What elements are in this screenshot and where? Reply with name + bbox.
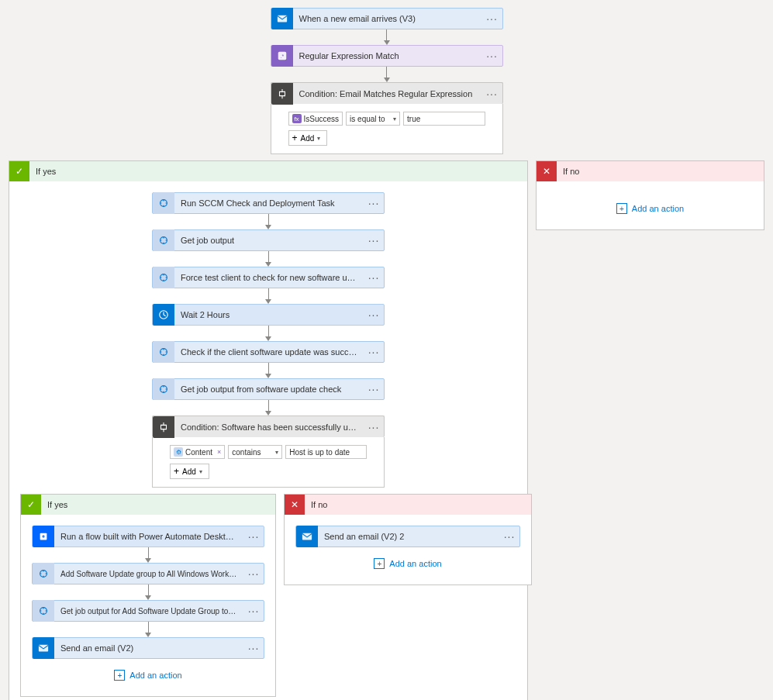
chevron-down-icon: ▾ [317,135,320,142]
automation-icon [153,378,174,400]
condition2-value-field[interactable]: Host is up to date [285,445,367,459]
condition1-body: fx IsSuccess is equal to▾ true + Add ▾ [271,104,503,154]
outlook-icon [296,526,318,547]
plus-icon: + [374,558,385,569]
remove-token-icon[interactable]: × [217,448,221,456]
automation-icon [153,341,174,363]
step-get-output-2[interactable]: Get job output from software update chec… [152,378,385,400]
more-icon[interactable]: ··· [364,197,384,209]
branch-no-1: ✕ If no + Add an action [536,160,764,230]
connector-arrow [145,547,151,563]
more-icon[interactable]: ··· [243,605,264,617]
regex-label: Regular Expression Match [293,51,482,60]
step-rpa[interactable]: Run a flow built with Power Automate Des… [32,526,264,547]
clock-icon [153,304,174,326]
flow-root: When a new email arrives (V3) ··· .* Reg… [8,8,765,700]
svg-rect-13 [302,533,312,540]
svg-text:.*: .* [280,53,284,59]
rpa-icon [33,526,54,547]
connector-arrow [145,584,151,600]
condition2-body: ⚙ Content × contains▾ Host is up to date [152,437,385,488]
step-send-email[interactable]: Send an email (V2) ··· [32,637,264,659]
close-icon: ✕ [285,495,305,515]
connector-arrow [265,214,271,229]
more-icon[interactable]: ··· [499,530,519,543]
chevron-down-icon: ▾ [393,116,396,122]
regex-card[interactable]: .* Regular Expression Match ··· [271,45,503,67]
step-wait[interactable]: Wait 2 Hours ··· [152,304,385,326]
token-icon: ⚙ [174,447,183,457]
condition-icon [271,83,293,105]
condition1-operator-select[interactable]: is equal to▾ [346,112,400,126]
connector-arrow [145,622,151,637]
add-condition-row-button[interactable]: + Add ▾ [288,130,328,146]
condition-icon [153,416,174,438]
branch-no-header[interactable]: ✕ If no [285,495,531,515]
plus-icon: + [114,670,125,681]
chevron-down-icon: ▾ [275,449,278,456]
condition2-header[interactable]: Condition: Software has been successfull… [152,416,385,437]
automation-icon [153,229,174,251]
branch-no-header[interactable]: ✕ If no [537,161,764,181]
automation-icon [153,267,174,288]
more-icon[interactable]: ··· [482,12,502,25]
add-action-button[interactable]: + Add an action [616,203,684,214]
branch-no-2: ✕ If no Send an email (V2) 2 ··· [284,494,532,585]
check-icon: ✓ [9,161,29,181]
more-icon[interactable]: ··· [364,346,384,358]
step-force-check[interactable]: Force test client to check for new softw… [152,267,385,288]
connector-arrow [265,288,271,304]
more-icon[interactable]: ··· [364,309,384,321]
more-icon[interactable]: ··· [243,567,264,580]
chevron-down-icon: ▾ [199,468,202,475]
step-add-update-group[interactable]: Add Software Update group to All Windows… [32,563,264,584]
step-check-success[interactable]: Check if the client software update was … [152,341,385,363]
outlook-icon [271,8,293,29]
automation-icon [153,192,174,214]
more-icon[interactable]: ··· [364,271,384,284]
check-icon: ✓ [21,495,41,515]
more-icon[interactable]: ··· [364,421,384,433]
close-icon: ✕ [537,161,557,181]
automation-icon [33,600,54,622]
connector-arrow [265,326,271,341]
connector-arrow [384,29,390,45]
connector-arrow [265,363,271,378]
outlook-icon [33,637,54,659]
regex-icon: .* [271,45,293,67]
step-get-output-3[interactable]: Get job output for Add Software Update G… [32,600,264,622]
add-condition-row-button[interactable]: + Add ▾ [170,464,209,479]
condition1-value-field[interactable]: true [403,112,485,126]
trigger-card[interactable]: When a new email arrives (V3) ··· [271,8,503,29]
svg-rect-12 [39,645,48,652]
step-send-email-2[interactable]: Send an email (V2) 2 ··· [295,526,520,547]
add-action-button[interactable]: + Add an action [374,558,441,569]
condition1-left-operand[interactable]: fx IsSuccess [288,112,343,126]
more-icon[interactable]: ··· [364,234,384,247]
branch-yes-1: ✓ If yes Run SCCM Check and Deployment T… [9,160,528,700]
condition2-operator-select[interactable]: contains▾ [228,445,282,459]
condition1-header[interactable]: Condition: Email Matches Regular Express… [271,82,503,104]
automation-icon [33,563,54,584]
branch-yes-header[interactable]: ✓ If yes [21,495,275,515]
plus-icon: + [616,203,627,214]
more-icon[interactable]: ··· [243,642,264,654]
connector-arrow [265,251,271,267]
condition1-token: IsSuccess [304,115,340,123]
step-get-output[interactable]: Get job output ··· [152,229,385,251]
connector-arrow [384,67,390,82]
condition2-left-operand[interactable]: ⚙ Content × [170,445,225,459]
branch-yes-2: ✓ If yes Run a flow built with Power Aut… [20,494,276,697]
trigger-label: When a new email arrives (V3) [293,14,482,23]
add-action-button[interactable]: + Add an action [114,670,181,681]
more-icon[interactable]: ··· [482,88,502,100]
svg-rect-0 [277,16,286,22]
branch-yes-header[interactable]: ✓ If yes [9,161,527,181]
more-icon[interactable]: ··· [243,530,264,543]
connector-arrow [265,400,271,416]
step-run-sccm[interactable]: Run SCCM Check and Deployment Task ··· [152,192,385,214]
more-icon[interactable]: ··· [364,383,384,395]
token-icon: fx [292,114,302,123]
condition1-label: Condition: Email Matches Regular Express… [293,89,482,98]
more-icon[interactable]: ··· [482,50,502,62]
